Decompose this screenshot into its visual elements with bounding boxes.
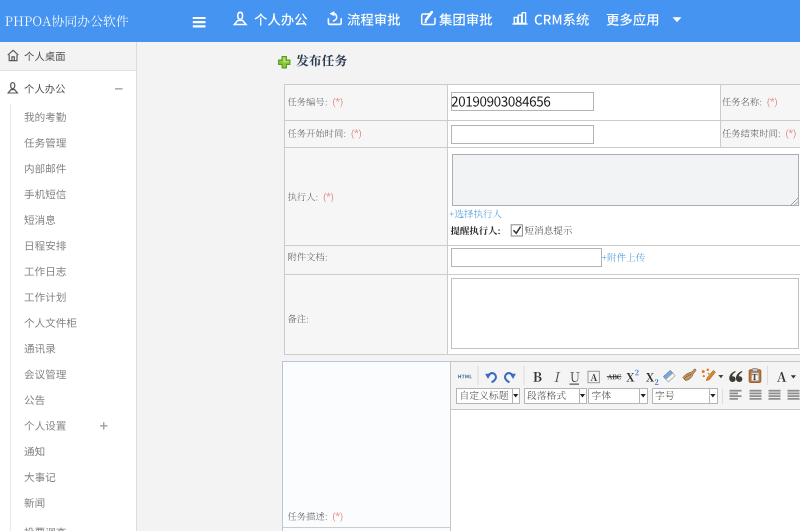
svg-text:T: T bbox=[751, 372, 757, 382]
